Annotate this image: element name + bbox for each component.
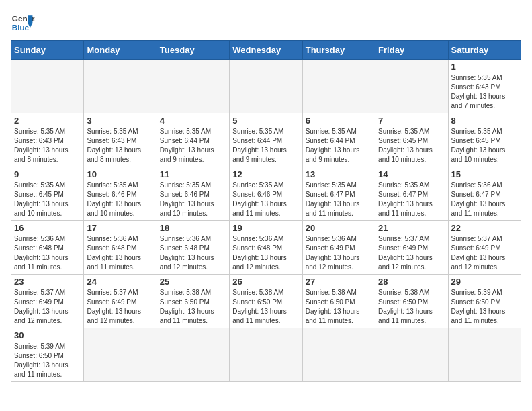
day-info: Sunrise: 5:35 AM Sunset: 6:45 PM Dayligh…: [14, 181, 81, 218]
day-info: Sunrise: 5:37 AM Sunset: 6:49 PM Dayligh…: [87, 288, 153, 326]
day-number: 27: [306, 277, 372, 287]
day-info: Sunrise: 5:35 AM Sunset: 6:43 PM Dayligh…: [451, 73, 518, 111]
svg-marker-2: [28, 15, 32, 23]
weekday-header-tuesday: Tuesday: [157, 41, 229, 60]
weekday-header-friday: Friday: [375, 41, 448, 60]
calendar-cell: 5Sunrise: 5:35 AM Sunset: 6:44 PM Daylig…: [230, 113, 302, 167]
day-number: 10: [87, 169, 153, 179]
calendar-cell: 6Sunrise: 5:35 AM Sunset: 6:44 PM Daylig…: [302, 113, 375, 167]
day-number: 18: [160, 223, 226, 233]
day-number: 5: [232, 116, 299, 126]
day-number: 21: [378, 223, 445, 233]
day-info: Sunrise: 5:37 AM Sunset: 6:49 PM Dayligh…: [451, 234, 518, 272]
day-info: Sunrise: 5:37 AM Sunset: 6:49 PM Dayligh…: [14, 288, 81, 326]
calendar-cell: [84, 328, 157, 382]
calendar-cell: [230, 60, 302, 113]
calendar-cell: 16Sunrise: 5:36 AM Sunset: 6:48 PM Dayli…: [11, 221, 84, 275]
day-info: Sunrise: 5:35 AM Sunset: 6:43 PM Dayligh…: [14, 127, 81, 165]
weekday-header-saturday: Saturday: [448, 41, 521, 60]
calendar-cell: 24Sunrise: 5:37 AM Sunset: 6:49 PM Dayli…: [84, 275, 157, 328]
day-info: Sunrise: 5:35 AM Sunset: 6:46 PM Dayligh…: [160, 181, 226, 218]
day-number: 2: [14, 116, 81, 126]
calendar-cell: 15Sunrise: 5:36 AM Sunset: 6:47 PM Dayli…: [448, 167, 521, 221]
calendar-cell: [157, 328, 229, 382]
day-number: 19: [232, 223, 299, 233]
day-number: 20: [306, 223, 372, 233]
calendar-cell: [84, 60, 157, 113]
day-info: Sunrise: 5:35 AM Sunset: 6:45 PM Dayligh…: [451, 127, 518, 165]
day-info: Sunrise: 5:38 AM Sunset: 6:50 PM Dayligh…: [232, 288, 299, 326]
day-info: Sunrise: 5:38 AM Sunset: 6:50 PM Dayligh…: [378, 288, 445, 326]
logo-icon: General Blue: [11, 11, 35, 35]
calendar-cell: 4Sunrise: 5:35 AM Sunset: 6:44 PM Daylig…: [157, 113, 229, 167]
calendar-cell: 3Sunrise: 5:35 AM Sunset: 6:43 PM Daylig…: [84, 113, 157, 167]
day-info: Sunrise: 5:36 AM Sunset: 6:49 PM Dayligh…: [306, 234, 372, 272]
day-info: Sunrise: 5:35 AM Sunset: 6:47 PM Dayligh…: [306, 181, 372, 218]
calendar-cell: 22Sunrise: 5:37 AM Sunset: 6:49 PM Dayli…: [448, 221, 521, 275]
calendar-cell: 19Sunrise: 5:36 AM Sunset: 6:48 PM Dayli…: [230, 221, 302, 275]
day-number: 23: [14, 277, 81, 287]
calendar-cell: [448, 328, 521, 382]
day-number: 16: [14, 223, 81, 233]
day-number: 6: [306, 116, 372, 126]
calendar-cell: 20Sunrise: 5:36 AM Sunset: 6:49 PM Dayli…: [302, 221, 375, 275]
calendar-cell: 21Sunrise: 5:37 AM Sunset: 6:49 PM Dayli…: [375, 221, 448, 275]
day-info: Sunrise: 5:38 AM Sunset: 6:50 PM Dayligh…: [160, 288, 226, 326]
calendar-cell: 17Sunrise: 5:36 AM Sunset: 6:48 PM Dayli…: [84, 221, 157, 275]
day-info: Sunrise: 5:36 AM Sunset: 6:48 PM Dayligh…: [87, 234, 153, 272]
calendar-cell: 26Sunrise: 5:38 AM Sunset: 6:50 PM Dayli…: [230, 275, 302, 328]
day-number: 15: [451, 169, 518, 179]
header: General Blue: [11, 11, 521, 35]
day-info: Sunrise: 5:39 AM Sunset: 6:50 PM Dayligh…: [14, 342, 81, 379]
calendar-cell: [230, 328, 302, 382]
logo: General Blue: [11, 11, 35, 35]
calendar-week-row: 16Sunrise: 5:36 AM Sunset: 6:48 PM Dayli…: [11, 221, 521, 275]
day-info: Sunrise: 5:38 AM Sunset: 6:50 PM Dayligh…: [306, 288, 372, 326]
day-info: Sunrise: 5:35 AM Sunset: 6:44 PM Dayligh…: [306, 127, 372, 165]
day-info: Sunrise: 5:36 AM Sunset: 6:47 PM Dayligh…: [451, 181, 518, 218]
calendar-week-row: 1Sunrise: 5:35 AM Sunset: 6:43 PM Daylig…: [11, 60, 521, 113]
day-number: 8: [451, 116, 518, 126]
day-number: 9: [14, 169, 81, 179]
calendar-cell: 2Sunrise: 5:35 AM Sunset: 6:43 PM Daylig…: [11, 113, 84, 167]
calendar-cell: 9Sunrise: 5:35 AM Sunset: 6:45 PM Daylig…: [11, 167, 84, 221]
calendar-cell: [375, 60, 448, 113]
calendar-cell: 27Sunrise: 5:38 AM Sunset: 6:50 PM Dayli…: [302, 275, 375, 328]
day-info: Sunrise: 5:37 AM Sunset: 6:49 PM Dayligh…: [378, 234, 445, 272]
day-number: 30: [14, 330, 81, 340]
calendar-cell: [302, 328, 375, 382]
day-info: Sunrise: 5:35 AM Sunset: 6:44 PM Dayligh…: [160, 127, 226, 165]
calendar-cell: 14Sunrise: 5:35 AM Sunset: 6:47 PM Dayli…: [375, 167, 448, 221]
calendar-week-row: 2Sunrise: 5:35 AM Sunset: 6:43 PM Daylig…: [11, 113, 521, 167]
day-number: 1: [451, 62, 518, 72]
day-info: Sunrise: 5:36 AM Sunset: 6:48 PM Dayligh…: [160, 234, 226, 272]
weekday-header-thursday: Thursday: [302, 41, 375, 60]
day-number: 26: [232, 277, 299, 287]
day-number: 17: [87, 223, 153, 233]
calendar-week-row: 9Sunrise: 5:35 AM Sunset: 6:45 PM Daylig…: [11, 167, 521, 221]
day-number: 28: [378, 277, 445, 287]
day-info: Sunrise: 5:35 AM Sunset: 6:46 PM Dayligh…: [232, 181, 299, 218]
calendar-week-row: 30Sunrise: 5:39 AM Sunset: 6:50 PM Dayli…: [11, 328, 521, 382]
day-number: 7: [378, 116, 445, 126]
calendar-cell: 11Sunrise: 5:35 AM Sunset: 6:46 PM Dayli…: [157, 167, 229, 221]
svg-text:Blue: Blue: [12, 23, 30, 32]
day-number: 25: [160, 277, 226, 287]
calendar-cell: 25Sunrise: 5:38 AM Sunset: 6:50 PM Dayli…: [157, 275, 229, 328]
day-info: Sunrise: 5:35 AM Sunset: 6:46 PM Dayligh…: [87, 181, 153, 218]
day-number: 4: [160, 116, 226, 126]
calendar: SundayMondayTuesdayWednesdayThursdayFrid…: [11, 40, 521, 382]
day-info: Sunrise: 5:35 AM Sunset: 6:44 PM Dayligh…: [232, 127, 299, 165]
day-number: 13: [306, 169, 372, 179]
day-number: 24: [87, 277, 153, 287]
calendar-cell: 1Sunrise: 5:35 AM Sunset: 6:43 PM Daylig…: [448, 60, 521, 113]
day-number: 11: [160, 169, 226, 179]
calendar-cell: 30Sunrise: 5:39 AM Sunset: 6:50 PM Dayli…: [11, 328, 84, 382]
calendar-cell: 29Sunrise: 5:39 AM Sunset: 6:50 PM Dayli…: [448, 275, 521, 328]
calendar-week-row: 23Sunrise: 5:37 AM Sunset: 6:49 PM Dayli…: [11, 275, 521, 328]
day-number: 29: [451, 277, 518, 287]
day-info: Sunrise: 5:35 AM Sunset: 6:47 PM Dayligh…: [378, 181, 445, 218]
weekday-header-wednesday: Wednesday: [230, 41, 302, 60]
calendar-cell: 8Sunrise: 5:35 AM Sunset: 6:45 PM Daylig…: [448, 113, 521, 167]
day-info: Sunrise: 5:36 AM Sunset: 6:48 PM Dayligh…: [232, 234, 299, 272]
